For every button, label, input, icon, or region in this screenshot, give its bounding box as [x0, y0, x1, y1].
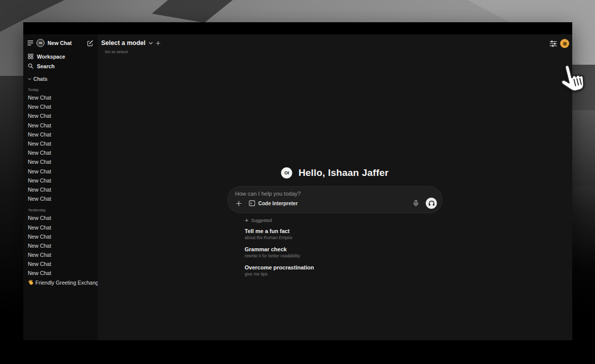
voice-call-button[interactable]	[426, 198, 437, 209]
sidebar-item-workspace[interactable]: Workspace	[23, 52, 98, 61]
chat-groups: TodayNew ChatNew ChatNew ChatNew ChatNew…	[23, 86, 98, 287]
model-selector-label: Select a model	[101, 39, 146, 47]
prompt-input-box[interactable]: Code Interpreter	[228, 186, 443, 213]
attach-icon[interactable]	[236, 201, 242, 206]
chat-list-item-label: Friendly Greeting Exchange	[35, 280, 101, 286]
suggestion-title: Tell me a fun fact	[245, 228, 443, 234]
sidebar-item-search[interactable]: Search	[23, 61, 98, 71]
greeting-text: Hello, Ishaan Jaffer	[299, 167, 389, 178]
app-logo: OI	[36, 39, 45, 47]
suggested-header: Suggested	[245, 218, 443, 223]
sidebar-header: OI New Chat	[23, 34, 98, 50]
chat-list-item-label: New Chat	[28, 159, 51, 165]
chat-list-item-label: New Chat	[28, 141, 51, 147]
chat-list-item-label: New Chat	[28, 243, 51, 249]
sidebar: OI New Chat Workspace Search	[23, 34, 98, 340]
wallpaper-facet	[0, 340, 595, 364]
suggestion-subtitle: rewrite it for better readability	[245, 253, 443, 258]
chat-list-item-label: New Chat	[28, 131, 51, 138]
chats-section-toggle[interactable]: Chats	[23, 75, 98, 83]
chat-list-item-label: New Chat	[28, 104, 51, 110]
chat-list-item-label: New Chat	[28, 187, 51, 193]
welcome-panel: OI Hello, Ishaan Jaffer Code Interpreter	[228, 167, 443, 277]
code-interpreter-button[interactable]: Code Interpreter	[249, 200, 298, 206]
sidebar-item-label: Workspace	[37, 54, 65, 60]
controls-icon[interactable]	[549, 40, 557, 47]
wallpaper-facet	[572, 110, 595, 186]
prompt-input[interactable]	[235, 191, 437, 197]
chat-list-item[interactable]: New Chat	[28, 250, 93, 259]
chat-list-item[interactable]: New Chat	[28, 148, 93, 157]
add-model-icon[interactable]	[156, 41, 160, 46]
suggestion-subtitle: about the Roman Empire	[245, 235, 443, 240]
chat-list-item-label: New Chat	[28, 150, 51, 156]
chat-list-item-label: New Chat	[28, 122, 51, 128]
chat-list-item[interactable]: New Chat	[28, 93, 93, 102]
desktop: OI New Chat Workspace Search	[0, 0, 595, 364]
chat-list-item-label: New Chat	[28, 261, 51, 267]
chevron-down-icon	[149, 42, 153, 44]
chat-list-item[interactable]: New Chat	[28, 121, 93, 130]
chat-list-item[interactable]: New Chat	[28, 268, 93, 278]
chat-list-item-label: New Chat	[28, 270, 51, 276]
chat-list-item-label: New Chat	[28, 215, 51, 221]
chat-list-item[interactable]: New Chat	[28, 213, 93, 222]
suggestion-item[interactable]: Tell me a fun factabout the Roman Empire	[245, 228, 443, 240]
chat-list-item[interactable]: New Chat	[28, 102, 93, 111]
chat-list-item[interactable]: New Chat	[28, 130, 93, 139]
suggestion-title: Grammar check	[245, 246, 443, 252]
code-interpreter-label: Code Interpreter	[259, 201, 298, 206]
sidebar-title: New Chat	[48, 40, 72, 46]
chat-list-item[interactable]: New Chat	[28, 157, 93, 166]
suggested-section: Suggested Tell me a fun factabout the Ro…	[228, 218, 443, 277]
chat-group-label: Yesterday	[28, 206, 93, 213]
main-area: Select a model Set as default OI Hello, …	[98, 34, 572, 340]
suggestion-subtitle: give me tips	[245, 271, 443, 277]
chat-list-item[interactable]: New Chat	[28, 194, 93, 203]
app-logo: OI	[281, 167, 292, 178]
wallpaper-facet	[0, 76, 23, 364]
sidebar-toggle-icon[interactable]	[27, 40, 33, 46]
suggested-label: Suggested	[251, 218, 272, 223]
chat-list-item-label: New Chat	[28, 113, 51, 119]
headphones-icon	[428, 200, 435, 206]
chat-list-item-label: New Chat	[28, 252, 51, 258]
microphone-icon[interactable]	[413, 200, 419, 207]
chats-section-label: Chats	[33, 76, 48, 82]
chat-list-item-label: New Chat	[28, 95, 51, 101]
sidebar-nav: Workspace Search	[23, 52, 98, 71]
chat-list-item-label: New Chat	[28, 224, 51, 231]
chat-list-item[interactable]: New Chat	[28, 167, 93, 176]
chat-list-item-label: New Chat	[28, 196, 51, 202]
sparkle-icon	[245, 218, 249, 222]
chat-list-item[interactable]: New Chat	[28, 185, 93, 194]
model-selector[interactable]: Select a model	[101, 39, 160, 47]
suggestion-title: Overcome procrastination	[245, 264, 443, 270]
set-default-link[interactable]: Set as default	[105, 50, 128, 54]
chat-list-item[interactable]: New Chat	[28, 139, 93, 148]
code-interpreter-icon	[249, 200, 256, 206]
new-chat-icon[interactable]	[87, 40, 94, 47]
app-window: OI New Chat Workspace Search	[23, 22, 572, 340]
chat-group-label: Today	[28, 86, 93, 93]
chat-list-item[interactable]: New Chat	[28, 232, 93, 241]
chat-list-item[interactable]: New Chat	[28, 259, 93, 268]
wave-emoji	[28, 280, 33, 285]
greeting: OI Hello, Ishaan Jaffer	[228, 167, 443, 179]
chat-list-item[interactable]: New Chat	[28, 241, 93, 250]
wallpaper-facet	[572, 65, 595, 110]
chat-list-item[interactable]: New Chat	[28, 176, 93, 185]
window-titlebar	[23, 22, 572, 34]
suggestion-item[interactable]: Overcome procrastinationgive me tips	[245, 264, 443, 277]
suggestion-list: Tell me a fun factabout the Roman Empire…	[245, 228, 443, 277]
input-actions: Code Interpreter	[235, 198, 437, 209]
chat-list-item[interactable]: Friendly Greeting Exchange	[28, 278, 93, 287]
suggestion-item[interactable]: Grammar checkrewrite it for better reada…	[245, 246, 443, 258]
chat-list-item-label: New Chat	[28, 177, 51, 184]
chat-list-item[interactable]: New Chat	[28, 222, 93, 232]
avatar[interactable]	[560, 39, 569, 48]
chat-list-item[interactable]: New Chat	[28, 111, 93, 120]
chat-list-item-label: New Chat	[28, 234, 51, 240]
chevron-down-icon	[28, 78, 31, 80]
sidebar-item-label: Search	[37, 63, 55, 69]
